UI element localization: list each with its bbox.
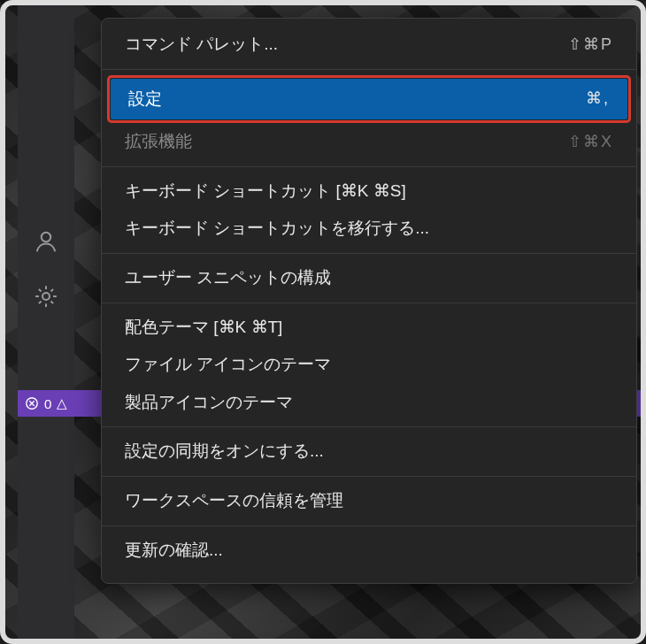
- menu-separator: [102, 525, 636, 526]
- menu-separator: [102, 166, 636, 167]
- menu-item[interactable]: 配色テーマ [⌘K ⌘T]: [102, 309, 636, 347]
- app-window: 0 △ コマンド パレット...⇧⌘P設定⌘,拡張機能⇧⌘Xキーボード ショート…: [5, 5, 641, 639]
- menu-item: 拡張機能⇧⌘X: [102, 123, 636, 161]
- menu-item-label: ファイル アイコンのテーマ: [125, 353, 331, 377]
- svg-point-0: [42, 233, 51, 242]
- menu-separator: [102, 426, 636, 427]
- menu-item[interactable]: ワークスペースの信頼を管理: [102, 482, 636, 520]
- menu-separator: [102, 69, 636, 70]
- menu-item-label: ワークスペースの信頼を管理: [125, 489, 343, 513]
- menu-item[interactable]: キーボード ショートカットを移行する...: [102, 210, 636, 248]
- menu-item-label: 配色テーマ [⌘K ⌘T]: [125, 316, 282, 340]
- gear-icon[interactable]: [31, 281, 61, 311]
- warning-icon[interactable]: △: [57, 395, 67, 411]
- menu-item[interactable]: 設定の同期をオンにする...: [102, 433, 636, 471]
- menu-item[interactable]: 設定⌘,: [111, 79, 627, 120]
- menu-item[interactable]: キーボード ショートカット [⌘K ⌘S]: [102, 172, 636, 211]
- menu-separator: [102, 476, 636, 477]
- menu-item-label: 更新の確認...: [125, 539, 223, 563]
- menu-item-label: 製品アイコンのテーマ: [125, 391, 293, 415]
- menu-item-label: ユーザー スニペットの構成: [125, 266, 331, 290]
- settings-context-menu: コマンド パレット...⇧⌘P設定⌘,拡張機能⇧⌘Xキーボード ショートカット …: [101, 18, 637, 584]
- menu-item-label: 設定: [128, 88, 162, 111]
- menu-item-shortcut: ⇧⌘X: [568, 131, 613, 153]
- menu-item-label: コマンド パレット...: [125, 33, 278, 57]
- menu-item-shortcut: ⇧⌘P: [568, 34, 613, 56]
- menu-separator: [102, 253, 636, 254]
- menu-item-label: キーボード ショートカットを移行する...: [125, 217, 429, 241]
- menu-item[interactable]: 更新の確認...: [102, 532, 636, 570]
- menu-item-highlight: 設定⌘,: [107, 75, 631, 124]
- menu-item[interactable]: ユーザー スニペットの構成: [102, 259, 636, 297]
- menu-item[interactable]: ファイル アイコンのテーマ: [102, 346, 636, 384]
- menu-item-shortcut: ⌘,: [586, 88, 610, 110]
- menu-item[interactable]: コマンド パレット...⇧⌘P: [102, 26, 636, 64]
- error-icon[interactable]: [25, 396, 39, 410]
- menu-separator: [102, 303, 636, 303]
- menu-item-label: 拡張機能: [125, 130, 192, 154]
- error-count: 0: [44, 396, 51, 411]
- menu-item-label: キーボード ショートカット [⌘K ⌘S]: [125, 180, 406, 203]
- menu-item-label: 設定の同期をオンにする...: [125, 440, 324, 464]
- activity-bar: [18, 5, 74, 639]
- account-icon[interactable]: [31, 226, 61, 257]
- svg-point-1: [42, 293, 50, 300]
- menu-item[interactable]: 製品アイコンのテーマ: [102, 384, 636, 422]
